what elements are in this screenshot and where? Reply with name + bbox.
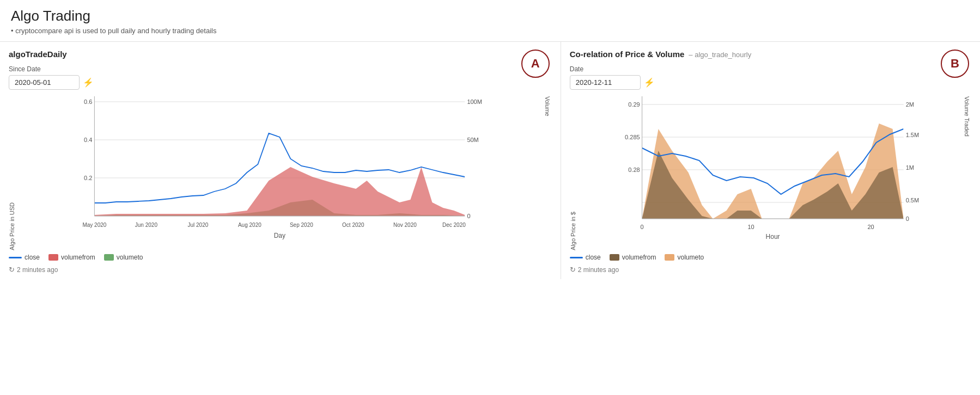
left-flash-icon[interactable]: ⚡ — [83, 77, 94, 88]
right-chart-area: Algo Price in $ 0.29 0. — [570, 96, 970, 250]
svg-text:50M: 50M — [467, 137, 478, 143]
left-date-input[interactable] — [9, 75, 80, 90]
right-filter-row: ⚡ — [570, 75, 970, 90]
svg-text:0: 0 — [640, 224, 643, 230]
svg-text:100M: 100M — [467, 98, 482, 105]
left-panel-title: algoTradeDaily — [9, 50, 551, 59]
right-y-left-label: Algo Price in $ — [570, 96, 576, 250]
right-badge: B — [941, 50, 969, 78]
svg-text:20: 20 — [867, 224, 874, 230]
right-legend-volumeto: volumeto — [665, 254, 704, 261]
svg-text:Day: Day — [274, 232, 285, 239]
right-y-right-label: Volume Traded — [964, 96, 970, 250]
svg-text:1.5M: 1.5M — [905, 132, 918, 138]
svg-text:May 2020: May 2020 — [82, 222, 106, 228]
right-refresh: ↻ 2 minutes ago — [570, 266, 970, 274]
left-legend-volumeto: volumeto — [104, 254, 143, 261]
right-flash-icon[interactable]: ⚡ — [644, 77, 655, 88]
svg-text:0.28: 0.28 — [628, 166, 640, 173]
right-legend-volumefrom: volumefrom — [610, 254, 656, 261]
page-header: Algo Trading • cryptocompare api is used… — [0, 0, 980, 42]
left-y-right-label: Volume — [544, 96, 551, 250]
right-panel-subtitle: – algo_trade_hourly — [689, 51, 751, 59]
svg-text:Sep 2020: Sep 2020 — [290, 222, 313, 228]
svg-text:Oct 2020: Oct 2020 — [342, 222, 364, 228]
svg-text:0.285: 0.285 — [625, 134, 640, 140]
svg-text:0: 0 — [905, 215, 909, 222]
svg-text:Hour: Hour — [765, 233, 780, 240]
left-chart-area: Algo Price in USD 0.6 0.4 — [9, 96, 551, 250]
charts-row: algoTradeDaily A Since Date ⚡ Algo Price… — [0, 42, 980, 279]
svg-text:0.5M: 0.5M — [905, 197, 918, 203]
left-legend-volumefrom: volumefrom — [48, 254, 95, 261]
svg-text:0.2: 0.2 — [84, 175, 92, 181]
right-chart-panel: Co-relation of Price & Volume – algo_tra… — [561, 42, 980, 279]
left-refresh: ↻ 2 minutes ago — [9, 266, 551, 274]
left-legend-close: close — [9, 254, 40, 261]
right-panel-title-row: Co-relation of Price & Volume – algo_tra… — [570, 50, 970, 59]
svg-text:Nov 2020: Nov 2020 — [393, 222, 417, 228]
right-legend-close: close — [570, 254, 601, 261]
page-title: Algo Trading — [11, 8, 969, 24]
svg-text:0: 0 — [467, 213, 470, 219]
left-chart-panel: algoTradeDaily A Since Date ⚡ Algo Price… — [0, 42, 561, 279]
svg-text:Jul 2020: Jul 2020 — [187, 222, 208, 228]
left-filter-row: ⚡ — [9, 75, 551, 90]
left-filter-label: Since Date — [9, 65, 551, 73]
svg-text:0.29: 0.29 — [628, 101, 640, 108]
right-refresh-icon: ↻ — [570, 266, 576, 274]
svg-text:10: 10 — [747, 224, 754, 230]
svg-text:Aug 2020: Aug 2020 — [238, 222, 261, 228]
left-chart-svg: 0.6 0.4 0.2 100M 50M 0 May 2020 Jun 20 — [17, 96, 542, 249]
right-chart-svg: 0.29 0.285 0.28 2M 1.5M 1M 0.5M 0 — [579, 96, 961, 249]
svg-marker-12 — [94, 167, 465, 216]
svg-text:0.6: 0.6 — [84, 98, 92, 105]
right-filter-label: Date — [570, 65, 970, 73]
right-date-input[interactable] — [570, 75, 641, 90]
svg-text:1M: 1M — [905, 164, 914, 171]
svg-text:Jun 2020: Jun 2020 — [135, 222, 158, 228]
page-subtitle: • cryptocompare api is used to pull dail… — [11, 27, 969, 35]
left-y-left-label: Algo Price in USD — [9, 96, 15, 250]
left-refresh-icon: ↻ — [9, 266, 15, 274]
right-panel-title: Co-relation of Price & Volume — [570, 50, 685, 59]
left-legend: close volumefrom volumeto — [9, 254, 551, 261]
svg-text:2M: 2M — [905, 101, 914, 108]
right-legend: close volumefrom volumeto — [570, 254, 970, 261]
left-badge: A — [521, 50, 550, 78]
svg-text:0.4: 0.4 — [84, 137, 92, 143]
svg-text:Dec 2020: Dec 2020 — [442, 222, 466, 228]
